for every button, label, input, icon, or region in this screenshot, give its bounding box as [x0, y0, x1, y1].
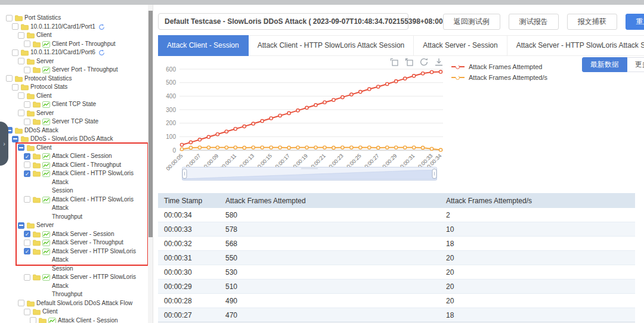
restart-button[interactable]: 重新启动 — [626, 14, 644, 30]
tree-item[interactable]: Server TCP State — [0, 117, 147, 126]
tree-item[interactable]: Protocol Stats — [0, 83, 147, 92]
tree-checkbox[interactable] — [6, 75, 13, 82]
test-report-button[interactable]: 测试报告 — [509, 14, 559, 30]
tree-checkbox[interactable] — [24, 67, 30, 73]
tree-item[interactable]: Port Statistics — [0, 14, 147, 23]
legend-item[interactable]: Attack Frames Attempted — [451, 63, 547, 70]
tree-item[interactable]: Attack Server - HTTP SlowLoris AttackThr… — [0, 273, 147, 299]
tree-checkbox[interactable] — [24, 309, 30, 315]
tree-checkbox[interactable] — [6, 15, 13, 21]
app-window: Port Statistics10.0.11.210/Card1/Port1Cl… — [0, 0, 644, 323]
table-cell: 00:00:29 — [158, 279, 219, 294]
tree-checkbox[interactable] — [18, 32, 24, 39]
tree-item-label: Client Port - Throughput — [52, 40, 116, 49]
more-data-button[interactable]: 更多数据 — [627, 57, 644, 72]
table-row[interactable]: 00:00:3053020 — [158, 265, 635, 279]
tree-checkbox[interactable] — [24, 240, 30, 246]
tree-item[interactable]: Client Port - Throughput — [0, 40, 147, 49]
tree-item[interactable]: Attack Client - Session — [0, 152, 147, 161]
tab-attack-server-http-slowloris-attack-session[interactable]: Attack Server - HTTP SlowLoris Attack Se… — [507, 35, 644, 56]
tree-item[interactable]: 10.0.11.210/Card1/Port1 — [0, 23, 147, 32]
tree-item[interactable]: Attack Client - Throughput — [0, 161, 147, 170]
tree-item[interactable]: 10.0.11.210/Card1/Port6 — [0, 48, 147, 57]
tree-item[interactable]: Client — [0, 144, 147, 153]
tree-item-label: Attack Client - HTTP SlowLoris AttackSes… — [52, 169, 145, 195]
tree-item[interactable]: Client — [0, 92, 147, 101]
tree-checkbox[interactable] — [24, 196, 30, 203]
chart-icon — [42, 67, 50, 73]
tree-item[interactable]: Attack Server - Throughput — [0, 238, 147, 247]
table-row[interactable]: 00:00:2849020 — [158, 294, 635, 308]
tree-checkbox[interactable] — [18, 110, 24, 116]
tree-checkbox[interactable] — [12, 49, 18, 56]
legend-item[interactable]: Attack Frames Attempted/s — [451, 74, 547, 81]
tree-checkbox[interactable] — [12, 23, 18, 30]
table-row[interactable]: 00:00:3155020 — [158, 251, 635, 265]
chart-icon — [42, 101, 50, 108]
packet-capture-button[interactable]: 报文捕获 — [567, 14, 617, 30]
table-cell: 00:00:33 — [158, 222, 219, 237]
tree-item[interactable]: Attack Client - Session — [0, 316, 147, 323]
tab-attack-server-session[interactable]: Attack Server - Session — [414, 35, 507, 56]
tree-checkbox[interactable] — [24, 248, 30, 254]
table-header-cell: Time Stamp — [158, 193, 219, 208]
tree-checkbox[interactable] — [12, 84, 18, 91]
sidebar-scrollbar-thumb[interactable] — [148, 11, 153, 237]
tree-item[interactable]: Attack Server - Session — [0, 230, 147, 239]
tree-item[interactable]: Server — [0, 221, 147, 230]
table-body: 00:00:34580200:00:335781000:00:325681800… — [158, 208, 635, 322]
tree-item[interactable]: Default SlowLoris DDoS Attack Flow — [0, 299, 147, 308]
table-row[interactable]: 00:00:3256818 — [158, 237, 635, 251]
tree-checkbox[interactable] — [24, 41, 30, 47]
tree-checkbox[interactable] — [18, 144, 24, 151]
refresh-icon[interactable] — [98, 24, 105, 30]
tree-checkbox[interactable] — [18, 92, 24, 99]
tree-item[interactable]: Attack Client - HTTP SlowLoris AttackSes… — [0, 169, 147, 195]
table-cell: 10 — [440, 222, 635, 237]
table-row[interactable]: 00:00:2747018 — [158, 308, 635, 322]
tree-item[interactable]: Attack Client - HTTP SlowLoris AttackThr… — [0, 195, 147, 222]
tree-checkbox[interactable] — [12, 136, 18, 142]
tree-checkbox[interactable] — [24, 119, 30, 125]
data-toggle-group: 最新数据 更多数据 — [582, 57, 644, 72]
tree-item-label: Client — [36, 31, 52, 40]
table-row[interactable]: 00:00:345802 — [158, 208, 635, 222]
tree-item[interactable]: Client — [0, 31, 147, 40]
testcase-select[interactable]: Default Testcase - SlowLoris DDoS Attack… — [158, 13, 408, 30]
tree-checkbox[interactable] — [18, 222, 24, 229]
tree-item[interactable]: Protocol Statistics — [0, 74, 147, 83]
table-row[interactable]: 00:00:2951020 — [158, 279, 635, 294]
return-testcase-button[interactable]: 返回测试例 — [443, 14, 500, 30]
datazoom-slider[interactable] — [182, 167, 437, 181]
table-cell: 578 — [219, 222, 440, 237]
tree-item[interactable]: Server Port - Throughput — [0, 66, 147, 74]
table-row[interactable]: 00:00:3357810 — [158, 222, 635, 237]
tree-item[interactable]: Attack Server - HTTP SlowLoris AttackSes… — [0, 247, 147, 274]
tree-checkbox[interactable] — [24, 231, 30, 237]
tree-item[interactable]: Client TCP State — [0, 100, 147, 109]
tab-attack-client-session[interactable]: Attack Client - Session — [158, 35, 249, 56]
latest-data-button[interactable]: 最新数据 — [582, 57, 627, 72]
tree-item[interactable]: Client — [0, 308, 147, 316]
tree-checkbox[interactable] — [24, 153, 30, 160]
tab-attack-client-http-slowloris-attack-session[interactable]: Attack Client - HTTP SlowLoris Attack Se… — [249, 35, 414, 56]
stats-table: Time StampAttack Frames AttemptedAttack … — [158, 193, 635, 322]
tree-checkbox[interactable] — [18, 58, 24, 64]
tree-item[interactable]: DDoS - SlowLoris DDoS Attack — [0, 135, 147, 144]
folder-icon — [27, 58, 35, 65]
tree-checkbox[interactable] — [30, 317, 36, 323]
tree-item[interactable]: Server — [0, 109, 147, 118]
tree-checkbox[interactable] — [24, 170, 30, 177]
folder-icon — [21, 136, 29, 142]
tree-checkbox[interactable] — [24, 274, 30, 281]
tree-item[interactable]: Server — [0, 57, 147, 66]
refresh-icon[interactable] — [98, 49, 105, 56]
tree-item[interactable]: DDoS Attack — [0, 126, 147, 135]
tree-checkbox[interactable] — [18, 300, 24, 306]
testcase-select-value: Default Testcase - SlowLoris DDoS Attack… — [165, 17, 447, 26]
sidebar-scrollbar[interactable] — [148, 5, 153, 323]
tree-checkbox[interactable] — [24, 162, 30, 168]
tree-checkbox[interactable] — [24, 101, 30, 108]
sidebar-collapse-handle[interactable]: › — [0, 122, 8, 166]
folder-icon — [33, 153, 41, 160]
